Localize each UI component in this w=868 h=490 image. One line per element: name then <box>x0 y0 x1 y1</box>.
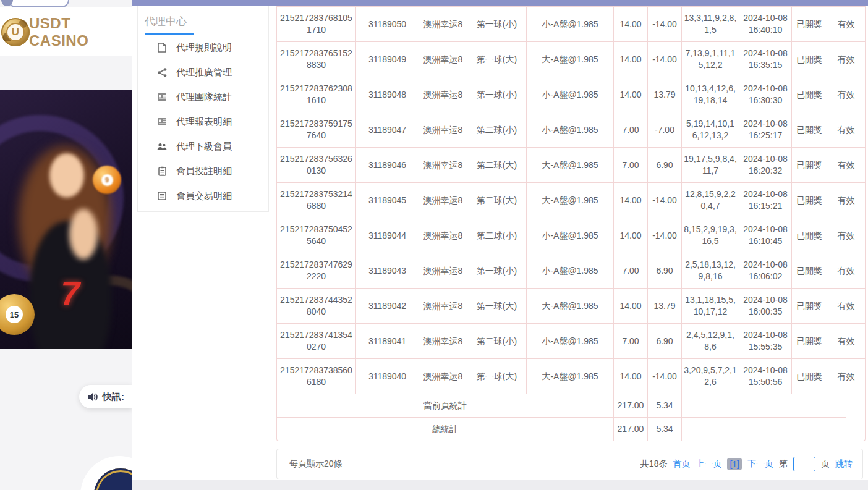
table-cell: 已開獎 <box>792 253 827 288</box>
sidebar-item-label: 代理推廣管理 <box>176 67 232 78</box>
current-page-indicator[interactable]: [1] <box>727 458 742 470</box>
coin-icon: U <box>1 18 30 46</box>
table-row: 215217283759175764031189047澳洲幸运8第二球(小)小-… <box>277 112 865 147</box>
table-cell: 31189047 <box>356 112 419 147</box>
table-cell: 7.00 <box>614 112 648 147</box>
sidebar-item-label: 會員投註明細 <box>176 166 232 177</box>
sidebar-item-agent-promotion[interactable]: 代理推廣管理 <box>138 60 268 85</box>
table-cell: 第二球(大) <box>467 182 527 218</box>
table-cell: 2024-10-08 16:15:21 <box>739 182 792 218</box>
next-page-link[interactable]: 下一页 <box>747 458 773 470</box>
bet-records-table: 215217283768105171031189050澳洲幸运8第一球(小)小-… <box>276 6 866 441</box>
table-cell: 第二球(小) <box>467 323 527 358</box>
table-cell: 5,19,14,10,16,12,13,2 <box>682 112 739 147</box>
table-cell: 2152172837413540270 <box>277 323 356 358</box>
top-accent-bar <box>132 0 868 6</box>
table-cell: 有效 <box>827 253 865 288</box>
table-row: 215217283744352804031189042澳洲幸运8第一球(大)大-… <box>277 288 865 323</box>
table-cell: 2152172837591757640 <box>277 112 356 147</box>
table-cell: 3,20,9,5,7,2,12,6 <box>682 358 739 394</box>
table-cell: 2024-10-08 16:00:35 <box>739 288 792 323</box>
table-cell: 2,4,5,12,9,1,8,6 <box>682 323 739 358</box>
sidebar-item-agent-sub-members[interactable]: 代理下級會員 <box>138 134 268 159</box>
table-cell: 澳洲幸运8 <box>419 288 467 323</box>
table-cell: 澳洲幸运8 <box>419 147 467 182</box>
table-cell: 小-A盤@1.985 <box>527 253 614 288</box>
table-cell: 7,13,9,1,11,15,12,2 <box>682 41 739 77</box>
table-cell: 澳洲幸运8 <box>419 323 467 358</box>
table-cell: 小-A盤@1.985 <box>527 6 614 41</box>
prev-page-link[interactable]: 上一页 <box>696 458 721 470</box>
table-cell: 31189045 <box>356 182 419 218</box>
sidebar-item-agent-team-stats[interactable]: 代理團隊統計 <box>138 85 268 109</box>
table-cell: 大-A盤@1.985 <box>527 288 614 323</box>
table-cell: 13.79 <box>648 288 682 323</box>
table-cell: 已開獎 <box>792 323 827 358</box>
table-cell: 14.00 <box>614 77 648 112</box>
table-cell: 7.00 <box>614 253 648 288</box>
model-hands-shape <box>69 209 98 260</box>
left-column: U USDT CASINO 7 9 15 快訊: <box>0 0 132 490</box>
table-cell: 2152172837476292220 <box>277 253 356 288</box>
bottom-strip <box>132 480 868 490</box>
table-cell: 第一球(大) <box>467 288 527 323</box>
slot-seven: 7 <box>61 273 80 313</box>
users-icon <box>157 142 167 151</box>
table-cell: 大-A盤@1.985 <box>527 358 614 394</box>
table-cell: -7.00 <box>648 112 682 147</box>
table-cell: 澳洲幸运8 <box>419 112 467 147</box>
jump-link[interactable]: 跳转 <box>835 458 853 470</box>
table-cell: 13,3,11,9,2,8,1,5 <box>682 6 739 41</box>
table-cell: 有效 <box>827 41 865 77</box>
id-card-icon <box>157 92 167 102</box>
table-cell: 澳洲幸运8 <box>419 253 467 288</box>
coin-letter: U <box>6 23 25 41</box>
share-icon <box>157 67 167 77</box>
table-cell: 31189046 <box>356 147 419 182</box>
table-cell: 小-A盤@1.985 <box>527 112 614 147</box>
table-cell: 總統計 <box>277 417 614 441</box>
table-row: 215217283753214688031189045澳洲幸运8第二球(大)大-… <box>277 182 865 218</box>
table-cell: 2024-10-08 15:50:56 <box>739 358 792 394</box>
table-cell: 有效 <box>827 6 865 41</box>
table-cell: 6.90 <box>648 147 682 182</box>
sidebar-item-agent-rules[interactable]: 代理規則說明 <box>138 35 268 60</box>
news-ticker-label: 快訊: <box>103 391 124 403</box>
table-cell: -14.00 <box>648 358 682 394</box>
table-cell: 31189044 <box>356 218 419 253</box>
table-cell: 2024-10-08 16:40:10 <box>739 6 792 41</box>
model-face-shape <box>49 153 84 198</box>
table-cell: 5.34 <box>648 394 682 417</box>
floating-widget[interactable] <box>8 0 69 7</box>
table-cell: 217.00 <box>614 394 648 417</box>
sidebar-item-label: 代理規則說明 <box>176 42 232 54</box>
page-controls: 共18条 首页 上一页 [1] 下一页 第 页 跳转 <box>640 457 853 471</box>
sidebar-item-label: 代理團隊統計 <box>176 91 232 103</box>
table-row: 215217283750452564031189044澳洲幸运8第二球(小)小-… <box>277 218 865 253</box>
table-cell: 有效 <box>827 218 865 253</box>
table-row: 215217283741354027031189041澳洲幸运8第二球(小)小-… <box>277 323 865 358</box>
sidebar-underline <box>145 33 263 35</box>
table-cell: 當前頁統計 <box>277 394 614 417</box>
table-cell: 大-A盤@1.985 <box>527 147 614 182</box>
table-cell: 31189040 <box>356 358 419 394</box>
table-cell: 31189050 <box>356 6 419 41</box>
page-jump-input[interactable] <box>793 457 815 471</box>
sidebar-item-member-bet-detail[interactable]: 會員投註明細 <box>138 159 268 184</box>
table-cell: 大-A盤@1.985 <box>527 41 614 77</box>
table-cell: 31189041 <box>356 323 419 358</box>
sidebar-item-member-transaction-detail[interactable]: 會員交易明細 <box>138 184 268 208</box>
table-cell: 8,15,2,9,19,3,16,5 <box>682 218 739 253</box>
table-cell: 2152172837623081610 <box>277 77 356 112</box>
table-cell: 6.90 <box>648 323 682 358</box>
sidebar-item-agent-report-detail[interactable]: 代理報表明細 <box>138 109 268 134</box>
table-row: 215217283747629222031189043澳洲幸运8第一球(小)小-… <box>277 253 865 288</box>
table-row: 215217283756326013031189046澳洲幸运8第二球(大)大-… <box>277 147 865 182</box>
table-row: 215217283738560618031189040澳洲幸运8第一球(大)大-… <box>277 358 865 394</box>
table-cell: 澳洲幸运8 <box>419 218 467 253</box>
table-cell: 12,8,15,9,2,20,4,7 <box>682 182 739 218</box>
table-cell: 第一球(小) <box>467 6 527 41</box>
first-page-link[interactable]: 首页 <box>673 458 690 470</box>
table-cell: 19,17,5,9,8,4,11,7 <box>682 147 739 182</box>
table-cell: 14.00 <box>614 182 648 218</box>
